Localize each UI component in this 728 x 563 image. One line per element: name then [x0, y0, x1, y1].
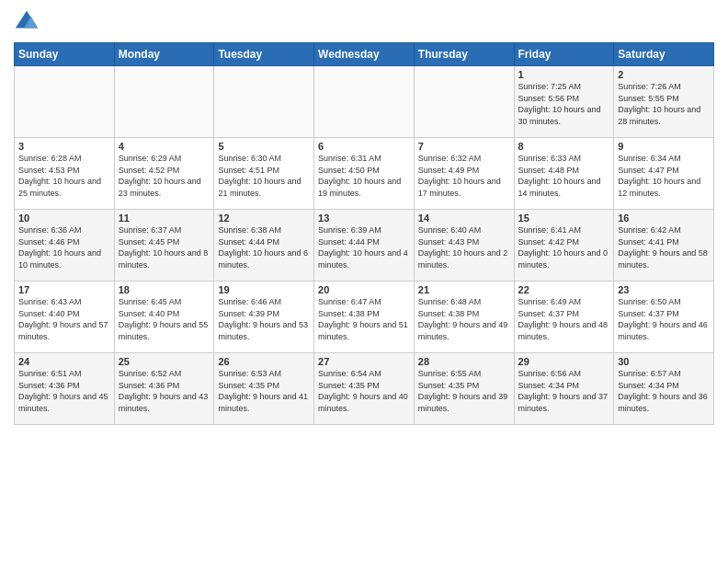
calendar-cell [15, 66, 115, 138]
calendar-cell: 1Sunrise: 7:25 AM Sunset: 5:56 PM Daylig… [514, 66, 614, 138]
day-number: 4 [119, 141, 210, 152]
day-number: 18 [119, 284, 210, 295]
day-number: 24 [18, 356, 110, 367]
calendar-cell: 29Sunrise: 6:56 AM Sunset: 4:34 PM Dayli… [514, 353, 614, 425]
day-number: 25 [119, 356, 210, 367]
day-number: 13 [318, 213, 410, 224]
calendar-cell: 27Sunrise: 6:54 AM Sunset: 4:35 PM Dayli… [314, 353, 415, 425]
calendar-cell: 7Sunrise: 6:32 AM Sunset: 4:49 PM Daylig… [414, 138, 514, 210]
day-number: 15 [518, 213, 610, 224]
calendar-week-row: 3Sunrise: 6:28 AM Sunset: 4:53 PM Daylig… [15, 138, 714, 210]
day-number: 3 [18, 141, 110, 152]
calendar-cell: 12Sunrise: 6:38 AM Sunset: 4:44 PM Dayli… [214, 210, 314, 282]
day-info: Sunrise: 6:52 AM Sunset: 4:36 PM Dayligh… [119, 368, 210, 414]
day-info: Sunrise: 6:55 AM Sunset: 4:35 PM Dayligh… [418, 368, 510, 414]
calendar-cell: 5Sunrise: 6:30 AM Sunset: 4:51 PM Daylig… [214, 138, 314, 210]
page: SundayMondayTuesdayWednesdayThursdayFrid… [0, 0, 728, 563]
day-info: Sunrise: 6:53 AM Sunset: 4:35 PM Dayligh… [218, 368, 310, 414]
day-info: Sunrise: 6:28 AM Sunset: 4:53 PM Dayligh… [18, 153, 110, 199]
weekday-header-row: SundayMondayTuesdayWednesdayThursdayFrid… [15, 43, 714, 66]
calendar-cell: 11Sunrise: 6:37 AM Sunset: 4:45 PM Dayli… [114, 210, 214, 282]
day-number: 17 [18, 284, 110, 295]
weekday-header: Saturday [614, 43, 714, 66]
day-info: Sunrise: 6:56 AM Sunset: 4:34 PM Dayligh… [518, 368, 610, 414]
day-info: Sunrise: 6:36 AM Sunset: 4:46 PM Dayligh… [18, 224, 110, 270]
day-info: Sunrise: 6:47 AM Sunset: 4:38 PM Dayligh… [318, 296, 410, 342]
day-info: Sunrise: 6:39 AM Sunset: 4:44 PM Dayligh… [318, 224, 410, 270]
day-info: Sunrise: 6:51 AM Sunset: 4:36 PM Dayligh… [18, 368, 110, 414]
day-number: 19 [218, 284, 310, 295]
day-number: 11 [119, 213, 210, 224]
calendar-cell [314, 66, 415, 138]
day-info: Sunrise: 6:48 AM Sunset: 4:38 PM Dayligh… [418, 296, 510, 342]
day-info: Sunrise: 6:30 AM Sunset: 4:51 PM Dayligh… [218, 153, 310, 199]
calendar-week-row: 24Sunrise: 6:51 AM Sunset: 4:36 PM Dayli… [15, 353, 714, 425]
header [14, 9, 714, 35]
day-info: Sunrise: 6:34 AM Sunset: 4:47 PM Dayligh… [618, 153, 710, 199]
day-info: Sunrise: 7:25 AM Sunset: 5:56 PM Dayligh… [518, 81, 610, 127]
calendar-cell: 4Sunrise: 6:29 AM Sunset: 4:52 PM Daylig… [114, 138, 214, 210]
calendar-cell [114, 66, 214, 138]
weekday-header: Monday [114, 43, 214, 66]
day-number: 16 [618, 213, 710, 224]
logo-icon [14, 9, 40, 35]
calendar-cell: 9Sunrise: 6:34 AM Sunset: 4:47 PM Daylig… [614, 138, 714, 210]
day-info: Sunrise: 6:57 AM Sunset: 4:34 PM Dayligh… [618, 368, 710, 414]
day-info: Sunrise: 6:50 AM Sunset: 4:37 PM Dayligh… [618, 296, 710, 342]
calendar-cell [414, 66, 514, 138]
weekday-header: Wednesday [314, 43, 415, 66]
day-info: Sunrise: 6:54 AM Sunset: 4:35 PM Dayligh… [318, 368, 410, 414]
calendar-cell: 2Sunrise: 7:26 AM Sunset: 5:55 PM Daylig… [614, 66, 714, 138]
day-info: Sunrise: 6:49 AM Sunset: 4:37 PM Dayligh… [518, 296, 610, 342]
calendar-cell: 16Sunrise: 6:42 AM Sunset: 4:41 PM Dayli… [614, 210, 714, 282]
day-number: 30 [618, 356, 710, 367]
day-number: 8 [518, 141, 610, 152]
day-number: 29 [518, 356, 610, 367]
calendar-cell: 6Sunrise: 6:31 AM Sunset: 4:50 PM Daylig… [314, 138, 415, 210]
calendar-cell: 28Sunrise: 6:55 AM Sunset: 4:35 PM Dayli… [414, 353, 514, 425]
calendar-cell: 15Sunrise: 6:41 AM Sunset: 4:42 PM Dayli… [514, 210, 614, 282]
day-number: 28 [418, 356, 510, 367]
calendar-cell [214, 66, 314, 138]
day-number: 2 [618, 69, 710, 80]
day-info: Sunrise: 7:26 AM Sunset: 5:55 PM Dayligh… [618, 81, 710, 127]
calendar-cell: 17Sunrise: 6:43 AM Sunset: 4:40 PM Dayli… [15, 282, 115, 353]
day-info: Sunrise: 6:32 AM Sunset: 4:49 PM Dayligh… [418, 153, 510, 199]
calendar-cell: 30Sunrise: 6:57 AM Sunset: 4:34 PM Dayli… [614, 353, 714, 425]
day-number: 23 [618, 284, 710, 295]
calendar-cell: 25Sunrise: 6:52 AM Sunset: 4:36 PM Dayli… [114, 353, 214, 425]
day-number: 22 [518, 284, 610, 295]
weekday-header: Friday [514, 43, 614, 66]
weekday-header: Tuesday [214, 43, 314, 66]
day-info: Sunrise: 6:33 AM Sunset: 4:48 PM Dayligh… [518, 153, 610, 199]
day-info: Sunrise: 6:38 AM Sunset: 4:44 PM Dayligh… [218, 224, 310, 270]
calendar-cell: 24Sunrise: 6:51 AM Sunset: 4:36 PM Dayli… [15, 353, 115, 425]
calendar-cell: 23Sunrise: 6:50 AM Sunset: 4:37 PM Dayli… [614, 282, 714, 353]
day-number: 9 [618, 141, 710, 152]
calendar-week-row: 10Sunrise: 6:36 AM Sunset: 4:46 PM Dayli… [15, 210, 714, 282]
weekday-header: Sunday [15, 43, 115, 66]
calendar-cell: 10Sunrise: 6:36 AM Sunset: 4:46 PM Dayli… [15, 210, 115, 282]
day-number: 20 [318, 284, 410, 295]
logo [14, 9, 43, 35]
day-number: 14 [418, 213, 510, 224]
calendar-cell: 14Sunrise: 6:40 AM Sunset: 4:43 PM Dayli… [414, 210, 514, 282]
calendar-cell: 8Sunrise: 6:33 AM Sunset: 4:48 PM Daylig… [514, 138, 614, 210]
calendar-week-row: 1Sunrise: 7:25 AM Sunset: 5:56 PM Daylig… [15, 66, 714, 138]
day-info: Sunrise: 6:37 AM Sunset: 4:45 PM Dayligh… [119, 224, 210, 270]
day-number: 21 [418, 284, 510, 295]
calendar-cell: 19Sunrise: 6:46 AM Sunset: 4:39 PM Dayli… [214, 282, 314, 353]
day-info: Sunrise: 6:40 AM Sunset: 4:43 PM Dayligh… [418, 224, 510, 270]
day-number: 27 [318, 356, 410, 367]
day-info: Sunrise: 6:43 AM Sunset: 4:40 PM Dayligh… [18, 296, 110, 342]
calendar-cell: 18Sunrise: 6:45 AM Sunset: 4:40 PM Dayli… [114, 282, 214, 353]
calendar-cell: 21Sunrise: 6:48 AM Sunset: 4:38 PM Dayli… [414, 282, 514, 353]
day-number: 6 [318, 141, 410, 152]
weekday-header: Thursday [414, 43, 514, 66]
calendar: SundayMondayTuesdayWednesdayThursdayFrid… [14, 42, 714, 425]
calendar-cell: 26Sunrise: 6:53 AM Sunset: 4:35 PM Dayli… [214, 353, 314, 425]
calendar-cell: 20Sunrise: 6:47 AM Sunset: 4:38 PM Dayli… [314, 282, 415, 353]
day-info: Sunrise: 6:29 AM Sunset: 4:52 PM Dayligh… [119, 153, 210, 199]
day-number: 7 [418, 141, 510, 152]
calendar-cell: 3Sunrise: 6:28 AM Sunset: 4:53 PM Daylig… [15, 138, 115, 210]
